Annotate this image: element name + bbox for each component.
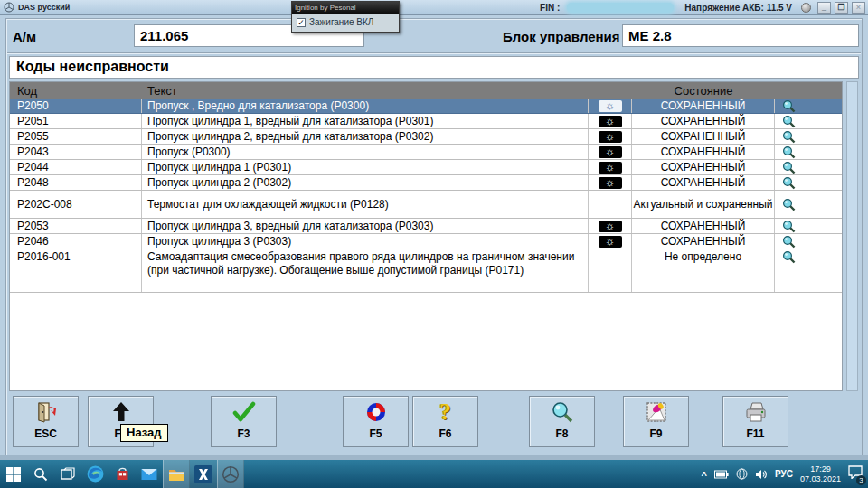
screenshot-icon [645,400,668,424]
f6-help-button[interactable]: ? F6 [412,396,478,447]
table-row[interactable]: P2050 Пропуск , Вредно для катализатора … [10,99,842,114]
fin-value-redacted [567,3,674,13]
vehicle-label: А/м [13,29,36,44]
details-magnifier-icon[interactable] [782,220,796,233]
das-application-window: DAS русский FIN : Напряжение АКБ: 11.5 V… [0,0,868,488]
ignition-checkbox[interactable]: ✓ [297,18,306,27]
table-scrollbar[interactable] [846,81,858,391]
check-engine-lamp-icon: ☼ [599,131,622,143]
table-row[interactable]: P2048 Пропуск цилиндра 2 (P0302) ☼ СОХРА… [10,175,842,191]
fault-code: P2050 [17,99,49,112]
xentry-app-button[interactable] [190,460,217,488]
taskbar-clock[interactable]: 17:29 07.03.2021 [800,465,841,484]
check-engine-lamp-icon: ☼ [599,146,622,158]
column-header-status[interactable]: Состояние [632,84,775,98]
fault-text: Пропуск цилиндра 2 (P0302) [147,176,291,190]
tray-expand-icon[interactable]: ^ [702,470,707,481]
f6-button-label: F6 [413,427,477,440]
esc-button[interactable]: ESC [13,396,79,447]
details-magnifier-icon[interactable] [782,198,796,211]
edge-icon [87,465,104,483]
details-magnifier-icon[interactable] [782,235,796,249]
control-unit-label: Блок управления [503,29,620,44]
das-app-button[interactable] [217,460,244,488]
fault-status: СОХРАНЕННЫЙ [661,145,746,158]
details-magnifier-icon[interactable] [782,145,796,159]
reset-wheel-icon [365,401,387,423]
file-explorer-button[interactable] [163,460,190,488]
windows-taskbar: ^ РУС 17:29 07.03.2021 [0,460,868,488]
check-engine-lamp-icon: ☼ [599,162,622,174]
network-globe-icon[interactable] [736,468,748,480]
help-knob-icon[interactable] [801,3,811,13]
task-view-icon [61,467,75,482]
battery-icon[interactable] [714,470,729,479]
table-row[interactable]: P2044 Пропуск цилиндра 1 (P0301) ☼ СОХРА… [10,160,842,175]
x-app-icon [194,465,212,483]
mail-button[interactable] [136,460,163,488]
volume-icon[interactable] [755,469,768,480]
table-row[interactable]: P2016-001 Самоадаптация смесеобразования… [10,249,842,293]
action-center-button[interactable]: 3 [848,465,863,483]
fault-code: P2043 [17,145,49,158]
exit-door-icon [34,400,58,424]
language-indicator[interactable]: РУС [775,469,793,479]
store-bag-icon [115,466,130,482]
notification-count-badge: 3 [856,475,866,485]
table-row[interactable]: P202C-008 Термостат для охлаждающей жидк… [10,191,842,219]
column-header-text[interactable]: Текст [142,84,589,98]
fault-status: Актуальный и сохраненный [633,198,772,211]
fault-status: СОХРАНЕННЫЙ [661,115,746,127]
restore-button[interactable]: ❐ [835,2,848,14]
fault-text: Пропуск цилиндра 3 (P0303) [147,235,291,249]
table-row[interactable]: P2043 Пропуск (P0300) ☼ СОХРАНЕННЫЙ [10,145,842,160]
details-magnifier-icon[interactable] [782,161,796,174]
f5-button[interactable]: F5 [343,396,409,447]
f9-button[interactable]: F9 [623,396,689,447]
folder-icon [168,467,185,482]
ignition-popup-title[interactable]: Ignition by Pesonal [292,2,399,14]
fault-status: СОХРАНЕННЫЙ [661,176,746,189]
details-magnifier-icon[interactable] [782,250,796,264]
f11-print-button[interactable]: F11 [722,396,788,447]
battery-voltage: Напряжение АКБ: 11.5 V [684,3,792,13]
start-button[interactable] [0,460,27,488]
fault-text: Пропуск цилиндра 1, вредный для катализа… [147,115,433,128]
mercedes-logo-icon [4,2,14,13]
fault-text: Пропуск цилиндра 1 (P0301) [147,161,291,174]
f11-button-label: F11 [723,427,788,440]
edge-browser-button[interactable] [81,460,108,488]
fault-code: P2055 [17,130,49,143]
details-magnifier-icon[interactable] [782,99,796,113]
details-magnifier-icon[interactable] [782,130,796,144]
mercedes-star-icon [222,465,240,483]
taskbar-search-button[interactable] [27,460,54,488]
fin-label: FIN : [540,3,560,13]
f5-button-label: F5 [344,427,408,440]
details-magnifier-icon[interactable] [782,176,796,190]
fault-text: Пропуск , Вредно для катализатора (P0300… [147,99,369,113]
check-engine-lamp-icon: ☼ [599,236,622,248]
fault-code: P2053 [17,220,49,232]
table-row[interactable]: P2046 Пропуск цилиндра 3 (P0303) ☼ СОХРА… [10,234,842,249]
fault-code: P2051 [17,115,49,127]
window-titlebar: DAS русский FIN : Напряжение АКБ: 11.5 V… [0,0,868,15]
details-magnifier-icon[interactable] [782,115,796,128]
control-unit-field[interactable]: ME 2.8 [622,24,859,47]
table-row[interactable]: P2055 Пропуск цилиндра 2, вредный для ка… [10,129,842,145]
table-row[interactable]: P2051 Пропуск цилиндра 1, вредный для ка… [10,114,842,129]
window-title: DAS русский [18,3,70,12]
f3-button[interactable]: F3 [211,396,277,447]
table-row[interactable]: P2053 Пропуск цилиндра 3, вредный для ка… [10,219,842,234]
fault-code: P2048 [17,176,49,189]
store-button[interactable] [108,460,136,488]
fault-status: СОХРАНЕННЫЙ [661,99,746,112]
fault-text: Термостат для охлаждающей жидкости (P012… [147,198,389,211]
column-header-code[interactable]: Код [10,84,142,98]
fault-status: СОХРАНЕННЫЙ [661,235,746,248]
f8-button[interactable]: F8 [529,396,595,447]
task-view-button[interactable] [54,460,81,488]
minimize-button[interactable]: _ [817,2,831,14]
close-button[interactable]: × [852,2,865,14]
check-engine-lamp-icon: ☼ [599,221,622,232]
